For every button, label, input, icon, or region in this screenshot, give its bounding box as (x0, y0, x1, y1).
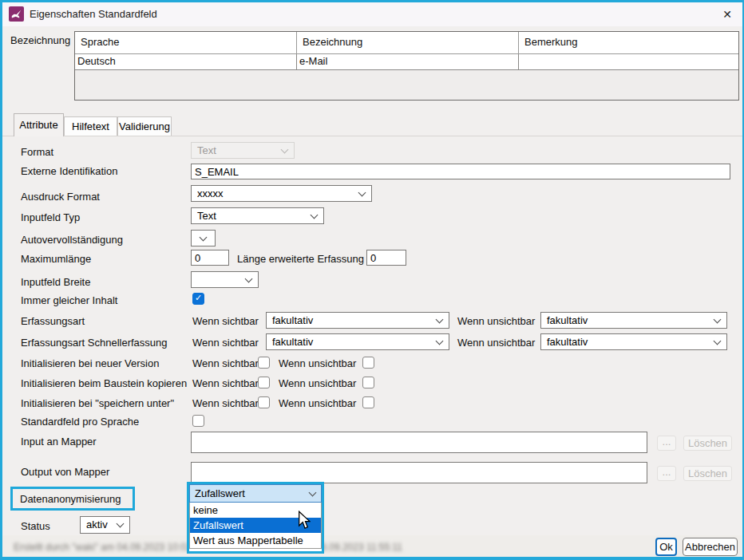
datenanonymisierung-label: Datenanonymisierung (20, 493, 121, 505)
output-von-mapper-label: Output von Mapper (21, 466, 109, 478)
init-speichern-wenn-unsichtbar-label: Wenn unsichtbar (279, 397, 356, 409)
init-speichern-wenn-unsichtbar-checkbox[interactable] (362, 396, 374, 408)
initialisieren-speichern-unter-label: Initialisieren bei "speichern unter" (21, 397, 174, 409)
tab-validierung[interactable]: Validierung (117, 116, 172, 136)
cancel-button[interactable]: Abbrechen (683, 538, 738, 556)
init-version-wenn-sichtbar-label: Wenn sichtbar (192, 357, 259, 369)
option-wert-aus-mappertabelle[interactable]: Wert aus Mappertabelle (190, 533, 321, 548)
chevron-down-icon (714, 315, 722, 323)
schnellerfassung-wenn-unsichtbar-label: Wenn unsichtbar (457, 337, 535, 349)
autovervollstaendigung-select[interactable] (191, 230, 216, 246)
chevron-down-icon (714, 337, 722, 345)
input-an-mapper-label: Input an Mapper (21, 436, 97, 448)
schnellerfassung-wenn-sichtbar-label: Wenn sichtbar (192, 337, 259, 349)
init-baustein-wenn-unsichtbar-label: Wenn unsichtbar (279, 377, 356, 389)
schnellerfassung-wenn-unsichtbar-select[interactable]: fakultativ (540, 333, 727, 350)
ok-button[interactable]: Ok (655, 538, 677, 556)
mouse-cursor-icon (298, 511, 311, 530)
erfassungsart-schnellerfassung-label: Erfassungsart Schnellerfassung (21, 337, 168, 349)
inputfeld-typ-select[interactable]: Text (191, 207, 324, 224)
col-header-bezeichnung[interactable]: Bezeichnung (297, 32, 519, 53)
window-title: Eigenschaften Standardfeld (30, 8, 157, 20)
inputfeld-breite-label: Inputfeld Breite (21, 276, 90, 288)
initialisieren-neue-version-label: Initialisieren bei neuer Version (21, 357, 159, 369)
init-version-wenn-unsichtbar-checkbox[interactable] (362, 357, 374, 369)
chevron-down-icon (245, 274, 253, 282)
bird-glyph (11, 9, 22, 19)
autovervollstaendigung-label: Autovervollständigung (21, 234, 123, 246)
init-version-wenn-unsichtbar-label: Wenn unsichtbar (279, 357, 356, 369)
output-von-mapper-input[interactable] (191, 462, 647, 483)
chevron-down-icon (436, 337, 444, 345)
maximumlaenge-input[interactable] (191, 250, 229, 266)
bezeichnung-table[interactable]: Sprache Bezeichnung Bemerkung Deutsch e-… (74, 31, 739, 101)
cell-bezeichnung[interactable]: e-Mail (297, 54, 519, 69)
init-baustein-wenn-sichtbar-label: Wenn sichtbar (192, 377, 259, 389)
init-speichern-wenn-sichtbar-label: Wenn sichtbar (192, 397, 259, 409)
immer-gleicher-inhalt-checkbox[interactable] (192, 293, 204, 305)
input-an-mapper-browse-button: ... (657, 436, 676, 451)
app-bird-icon (9, 6, 24, 22)
chevron-down-icon (311, 211, 319, 219)
laenge-erweiterte-erfassung-label: Länge erweiterte Erfassung (237, 253, 364, 265)
tab-hilfetext[interactable]: Hilfetext (64, 116, 117, 136)
erfassungsart-wenn-unsichtbar-select[interactable]: fakultativ (540, 312, 727, 329)
output-von-mapper-delete-button: Löschen (683, 466, 732, 481)
init-speichern-wenn-sichtbar-checkbox[interactable] (258, 396, 270, 408)
erfassungsart-label: Erfassungsart (21, 315, 85, 327)
format-label: Format (21, 146, 53, 158)
maximumlaenge-label: Maximumlänge (21, 253, 91, 265)
status-select[interactable]: aktiv (80, 516, 130, 534)
tab-strip-divider (2, 136, 744, 136)
cell-sprache[interactable]: Deutsch (75, 54, 297, 69)
schnellerfassung-wenn-sichtbar-select[interactable]: fakultativ (266, 333, 449, 350)
init-baustein-wenn-sichtbar-checkbox[interactable] (258, 377, 270, 388)
cell-bemerkung[interactable] (519, 54, 738, 69)
laenge-erweiterte-erfassung-input[interactable] (366, 250, 406, 266)
bezeichnung-section-label: Bezeichnung (10, 34, 70, 46)
inputfeld-typ-label: Inputfeld Typ (21, 211, 80, 223)
erfassungsart-wenn-sichtbar-label: Wenn sichtbar (192, 315, 259, 327)
standardfeld-pro-sprache-checkbox[interactable] (192, 415, 204, 427)
ausdruck-format-select[interactable]: xxxxx (191, 185, 372, 202)
init-version-wenn-sichtbar-checkbox[interactable] (258, 357, 270, 369)
erfassungsart-wenn-unsichtbar-label: Wenn unsichtbar (457, 315, 535, 327)
standardfeld-pro-sprache-label: Standardfeld pro Sprache (21, 416, 139, 428)
chevron-down-icon (200, 233, 208, 241)
output-von-mapper-browse-button: ... (657, 466, 676, 481)
chevron-down-icon (436, 315, 444, 323)
chevron-down-icon (309, 488, 317, 496)
format-select: Text (191, 142, 295, 159)
chevron-down-icon (358, 188, 366, 196)
externe-identifikation-input[interactable] (191, 164, 730, 179)
chevron-down-icon (117, 520, 125, 528)
properties-dialog: Eigenschaften Standardfeld ✕ Bezeichnung… (0, 0, 744, 560)
close-icon[interactable]: ✕ (719, 6, 735, 22)
datenanonymisierung-select[interactable]: Zufallswert (189, 484, 322, 503)
table-header-row: Sprache Bezeichnung Bemerkung (75, 32, 738, 54)
col-header-sprache[interactable]: Sprache (75, 32, 297, 53)
externe-identifikation-label: Externe Identifikation (21, 165, 117, 177)
input-an-mapper-delete-button: Löschen (683, 436, 732, 451)
init-baustein-wenn-unsichtbar-checkbox[interactable] (362, 377, 374, 388)
erfassungsart-wenn-sichtbar-select[interactable]: fakultativ (266, 312, 449, 329)
input-an-mapper-input[interactable] (191, 432, 647, 453)
col-header-bemerkung[interactable]: Bemerkung (519, 32, 738, 53)
table-row[interactable]: Deutsch e-Mail (75, 54, 738, 70)
inputfeld-breite-select[interactable] (191, 271, 259, 288)
footer-bar: Erstellt durch "waki" am 04.09.2023 10:0… (2, 535, 744, 559)
ausdruck-format-label: Ausdruck Format (21, 191, 100, 203)
tab-attribute[interactable]: Attribute (14, 113, 64, 136)
status-label: Status (21, 520, 50, 532)
title-bar: Eigenschaften Standardfeld ✕ (2, 2, 742, 26)
initialisieren-baustein-kopieren-label: Initialisieren beim Baustein kopieren (21, 377, 187, 389)
immer-gleicher-inhalt-label: Immer gleicher Inhalt (21, 294, 117, 306)
chevron-down-icon (281, 145, 289, 153)
